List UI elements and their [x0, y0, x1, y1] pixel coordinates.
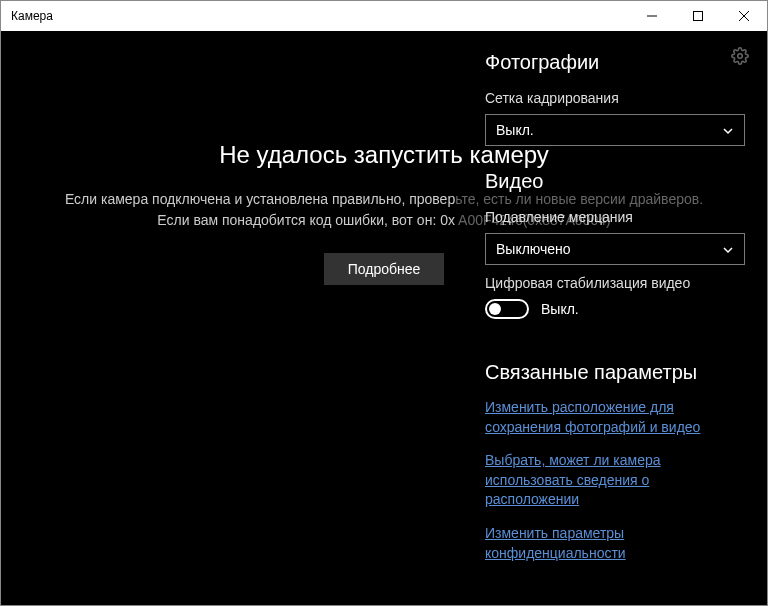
- settings-panel: Фотографии Сетка кадрирования Выкл. Виде…: [467, 31, 767, 605]
- close-button[interactable]: [721, 1, 767, 31]
- related-settings-header: Связанные параметры: [485, 361, 745, 384]
- framing-grid-select[interactable]: Выкл.: [485, 114, 745, 146]
- flicker-reduction-select[interactable]: Выключено: [485, 233, 745, 265]
- video-stabilization-state: Выкл.: [541, 301, 579, 317]
- app-window: Камера Не удалось запустить камеру Если …: [0, 0, 768, 606]
- flicker-reduction-value: Выключено: [496, 241, 571, 257]
- chevron-down-icon: [722, 124, 734, 136]
- window-title: Камера: [11, 9, 629, 23]
- video-section-header: Видео: [485, 170, 745, 193]
- link-privacy-settings[interactable]: Изменить параметры конфиденциальности: [485, 524, 745, 563]
- video-stabilization-toggle-row: Выкл.: [485, 299, 745, 319]
- video-stabilization-label: Цифровая стабилизация видео: [485, 275, 745, 291]
- titlebar: Камера: [1, 1, 767, 31]
- window-controls: [629, 1, 767, 31]
- flicker-reduction-label: Подавление мерцания: [485, 209, 745, 225]
- video-stabilization-toggle[interactable]: [485, 299, 529, 319]
- svg-rect-1: [694, 12, 703, 21]
- photos-section-header: Фотографии: [485, 51, 745, 74]
- toggle-knob: [489, 303, 501, 315]
- link-camera-location-permission[interactable]: Выбрать, может ли камера использовать св…: [485, 451, 745, 510]
- framing-grid-label: Сетка кадрирования: [485, 90, 745, 106]
- maximize-button[interactable]: [675, 1, 721, 31]
- chevron-down-icon: [722, 243, 734, 255]
- content-area: Не удалось запустить камеру Если камера …: [1, 31, 767, 605]
- framing-grid-value: Выкл.: [496, 122, 534, 138]
- details-button[interactable]: Подробнее: [324, 253, 445, 285]
- minimize-button[interactable]: [629, 1, 675, 31]
- link-change-save-location[interactable]: Изменить расположение для сохранения фот…: [485, 398, 745, 437]
